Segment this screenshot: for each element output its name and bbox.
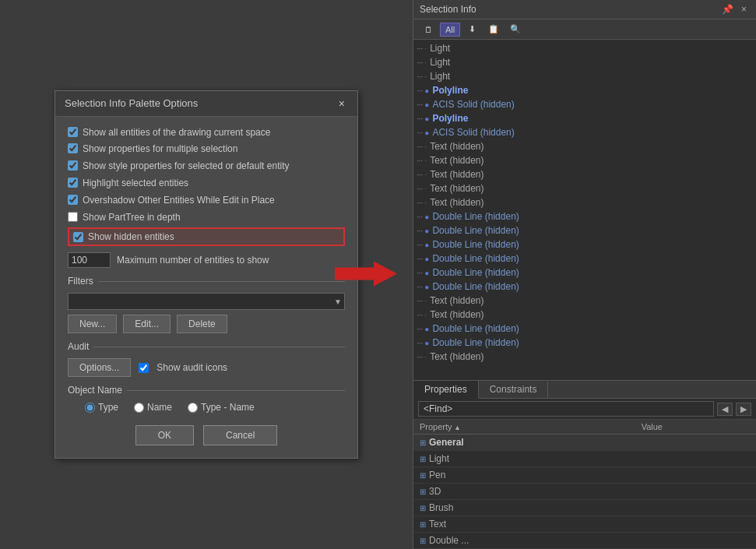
max-entities-input[interactable] [68,252,111,268]
panel-close-button[interactable]: × [738,3,750,16]
expand-icon[interactable]: ⊞ [420,520,426,529]
table-row[interactable]: ⊞Double ... [413,533,756,549]
list-item[interactable]: ···●ACIS Solid (hidden) [413,125,756,139]
col-property: Property [413,420,635,435]
expand-icon[interactable]: ⊞ [420,455,426,463]
edit-button[interactable]: Edit... [123,315,171,333]
object-name-section: Object Name Type Name Type - Name [68,385,345,413]
list-item[interactable]: ····Light [413,41,756,55]
entity-name: Text (hidden) [430,169,483,180]
list-item[interactable]: ····Text (hidden) [413,294,756,308]
table-row[interactable]: ⊞Brush [413,500,756,516]
entity-type-icon: · [424,171,427,179]
close-button[interactable]: × [336,97,348,110]
list-item[interactable]: ····Text (hidden) [413,350,756,364]
entity-name: Polyline [432,85,468,96]
list-item[interactable]: ···●Double Line (hidden) [413,209,756,223]
list-item[interactable]: ···●Double Line (hidden) [413,322,756,336]
ok-button[interactable]: OK [135,425,194,445]
entity-type-icon: · [424,72,427,81]
radio-name[interactable] [134,403,144,413]
list-item[interactable]: ····Text (hidden) [413,308,756,322]
table-row[interactable]: ⊞General [413,435,756,451]
list-item[interactable]: ···●Double Line (hidden) [413,252,756,266]
find-input[interactable] [418,401,714,417]
panel-titlebar: Selection Info 📌 × [413,0,756,19]
table-row[interactable]: ⊞Light [413,451,756,467]
expand-icon[interactable]: ⊞ [420,487,426,496]
right-panel: Selection Info 📌 × 🗒 All ⬇ 📋 🔍 ····Light… [413,0,756,549]
checkbox-show-multiple[interactable] [68,143,78,153]
list-item[interactable]: ···●Double Line (hidden) [413,280,756,294]
cancel-button[interactable]: Cancel [203,425,277,445]
toolbar-search-btn[interactable]: 🔍 [505,22,526,37]
filter-select[interactable] [68,293,345,310]
property-name: Brush [429,502,453,513]
checkbox-show-audit[interactable] [139,363,149,373]
list-item[interactable]: ···●Polyline [413,111,756,125]
checkbox-row-3: Show style properties for selected or de… [68,160,345,173]
checkbox-show-style[interactable] [68,160,78,171]
props-table-body: ⊞General⊞Light⊞Pen⊞3D⊞Brush⊞Text⊞Double … [413,435,756,549]
expand-icon[interactable]: ⊞ [420,537,426,545]
list-item[interactable]: ···●Double Line (hidden) [413,266,756,280]
checkbox-parttree[interactable] [68,212,78,222]
new-button[interactable]: New... [68,315,117,333]
list-item[interactable]: ···●Double Line (hidden) [413,238,756,252]
list-item[interactable]: ····Text (hidden) [413,167,756,181]
options-button[interactable]: Options... [68,358,131,377]
checkbox-row-2: Show properties for multiple selection [68,143,345,156]
list-item[interactable]: ····Text (hidden) [413,153,756,167]
entity-name: Text (hidden) [430,141,483,152]
entity-list[interactable]: ····Light····Light····Light···●Polyline·… [413,40,756,380]
checkbox-overshadow[interactable] [68,195,78,205]
checkbox-show-hidden[interactable] [73,232,83,242]
list-item[interactable]: ····Text (hidden) [413,181,756,195]
list-item[interactable]: ····Text (hidden) [413,139,756,153]
toolbar-all-btn[interactable]: All [440,23,460,37]
property-name: Light [429,453,449,464]
find-prev-button[interactable]: ◀ [717,403,733,416]
radio-name-item: Name [134,402,172,413]
list-item[interactable]: ···●ACIS Solid (hidden) [413,97,756,111]
list-item[interactable]: ····Light [413,55,756,69]
entity-type-icon: · [424,311,427,319]
expand-icon[interactable]: ⊞ [420,504,426,512]
entity-type-icon: ● [424,100,429,109]
checkbox-row-1: Show all entities of the drawing current… [68,126,345,139]
tab-properties[interactable]: Properties [413,381,479,399]
radio-type-name[interactable] [188,403,198,413]
radio-type[interactable] [85,403,95,413]
list-item[interactable]: ···●Polyline [413,83,756,97]
entity-type-icon: · [424,353,427,361]
list-item[interactable]: ····Light [413,69,756,83]
checkbox-highlight[interactable] [68,178,78,188]
table-row[interactable]: ⊞Text [413,516,756,533]
table-row[interactable]: ⊞3D [413,484,756,500]
tree-indent-icon: ··· [417,86,423,95]
expand-icon[interactable]: ⊞ [420,471,426,480]
list-item[interactable]: ····Text (hidden) [413,195,756,209]
toolbar-filter-btn[interactable]: ⬇ [462,22,482,37]
prop-value-cell [635,516,756,533]
find-next-button[interactable]: ▶ [736,403,751,416]
list-item[interactable]: ···●Double Line (hidden) [413,223,756,238]
prop-name-cell: ⊞3D [413,484,635,500]
delete-button[interactable]: Delete [177,315,227,333]
tab-constraints[interactable]: Constraints [479,381,549,398]
expand-icon[interactable]: ⊞ [420,438,426,447]
toolbar-view-btn[interactable]: 📋 [483,22,504,37]
label-radio-name: Name [147,402,172,413]
table-row[interactable]: ⊞Pen [413,467,756,484]
entity-type-icon: ● [424,339,429,347]
dialog-content: Show all entities of the drawing current… [55,117,357,459]
pin-button[interactable]: 📌 [719,3,737,16]
col-value: Value [635,420,756,435]
list-item[interactable]: ···●Double Line (hidden) [413,336,756,350]
entity-name: ACIS Solid (hidden) [432,127,514,138]
entity-name: Double Line (hidden) [432,225,519,236]
checkbox-show-all[interactable] [68,127,78,137]
property-name: Double ... [429,535,469,546]
property-name: General [429,437,464,448]
toolbar-palette-btn[interactable]: 🗒 [418,23,438,37]
